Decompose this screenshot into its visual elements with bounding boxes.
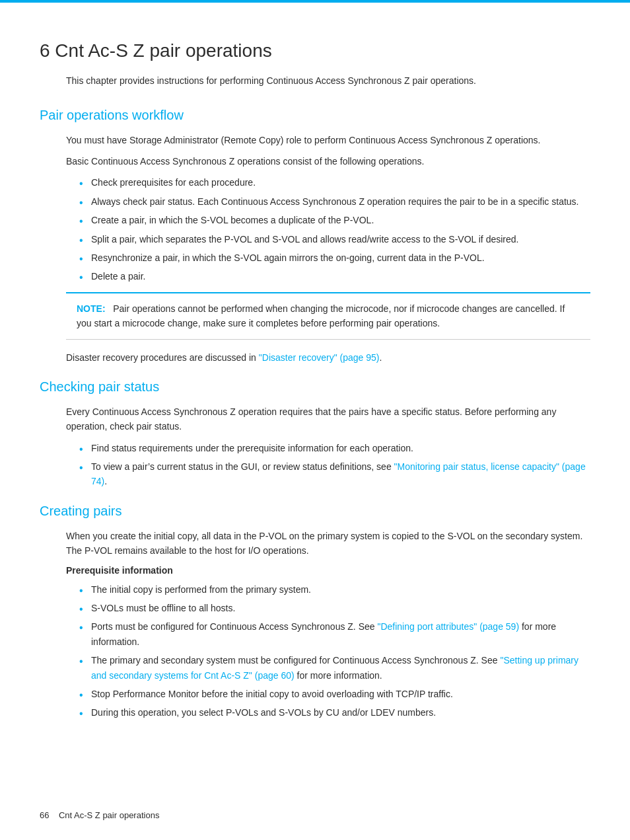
footer-page-number: 66 [40,810,49,820]
list-item: Ports must be configured for Continuous … [79,619,590,649]
section2-bullet2-text: To view a pair’s current status in the G… [91,461,394,472]
disaster-text-after: . [379,352,382,363]
note-body: Pair operations cannot be performed when… [77,303,565,328]
disaster-recovery-para: Disaster recovery procedures are discuss… [66,350,590,365]
section2-title: Checking pair status [40,378,590,395]
top-border [0,0,630,3]
list-item: During this operation, you select P-VOLs… [79,705,590,720]
disaster-text-before: Disaster recovery procedures are discuss… [66,352,259,363]
list-item: Always check pair status. Each Continuou… [79,194,590,209]
chapter-title: 6 Cnt Ac-S Z pair operations [40,40,590,62]
section-creating-pairs: Creating pairs When you create the initi… [40,502,590,720]
chapter-intro: This chapter provides instructions for p… [66,74,590,88]
section1-title: Pair operations workflow [40,106,590,124]
section3-para1: When you create the initial copy, all da… [66,529,590,558]
section2-para1: Every Continuous Access Synchronous Z op… [66,404,590,434]
section2-body: Every Continuous Access Synchronous Z op… [66,404,590,489]
section2-bullet-list: Find status requirements under the prere… [79,441,590,489]
list-item: Check prerequisites for each procedure. [79,175,590,190]
section3-bullet-list: The initial copy is performed from the p… [79,582,590,720]
list-item: Create a pair, in which the S-VOL become… [79,213,590,227]
list-item: Stop Performance Monitor before the init… [79,687,590,701]
list-item: Delete a pair. [79,269,590,284]
note-label: NOTE: [77,303,106,314]
section1-body: You must have Storage Administrator (Rem… [66,133,590,365]
section1-para1: You must have Storage Administrator (Rem… [66,133,590,147]
list-item: Find status requirements under the prere… [79,441,590,455]
list-item: The initial copy is performed from the p… [79,582,590,597]
section3-body: When you create the initial copy, all da… [66,529,590,720]
list-item: Split a pair, which separates the P-VOL … [79,232,590,247]
note-text: NOTE: Pair operations cannot be performe… [77,301,580,331]
page-container: 6 Cnt Ac-S Z pair operations This chapte… [0,0,630,840]
page-footer: 66 Cnt Ac-S Z pair operations [40,810,159,820]
section3-bullet3-text: Ports must be configured for Continuous … [91,621,377,632]
section3-bullet4-text: The primary and secondary system must be… [91,655,500,666]
section1-bullet-list: Check prerequisites for each procedure. … [79,175,590,284]
note-box: NOTE: Pair operations cannot be performe… [66,292,590,340]
section2-bullet2-suffix: . [104,476,107,486]
section3-bullet4-suffix: for more information. [295,670,382,681]
footer-text: Cnt Ac-S Z pair operations [59,810,159,820]
list-item: The primary and secondary system must be… [79,653,590,683]
defining-port-attributes-link[interactable]: "Defining port attributes" (page 59) [377,621,519,632]
section-checking-pair-status: Checking pair status Every Continuous Ac… [40,378,590,489]
list-item: Resynchronize a pair, in which the S-VOL… [79,250,590,265]
list-item: To view a pair’s current status in the G… [79,459,590,489]
section-pair-operations-workflow: Pair operations workflow You must have S… [40,106,590,365]
section1-para2: Basic Continuous Access Synchronous Z op… [66,154,590,169]
prereq-heading: Prerequisite information [66,565,590,576]
section3-title: Creating pairs [40,502,590,519]
list-item: S-VOLs must be offline to all hosts. [79,601,590,615]
disaster-recovery-link[interactable]: "Disaster recovery" (page 95) [259,352,380,363]
